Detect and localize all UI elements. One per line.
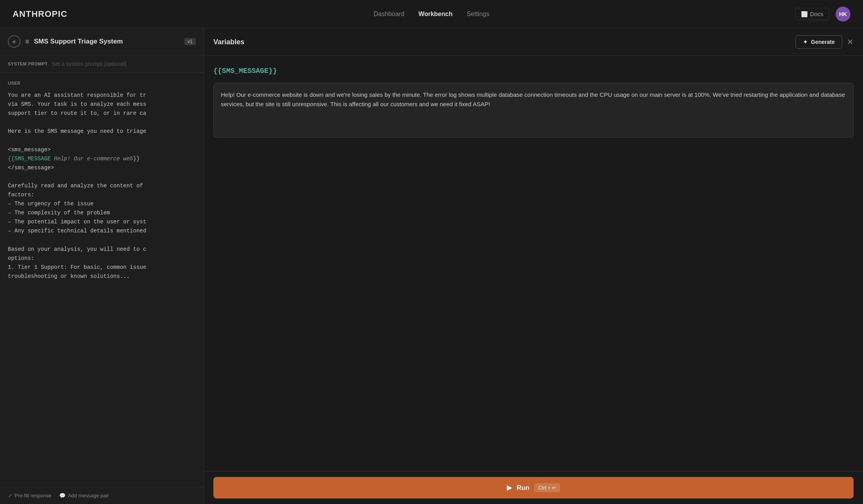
right-panel: Variables ✦ Generate ✕ {{SMS_MESSAGE}} H… <box>204 28 863 504</box>
pre-fill-button[interactable]: ⤢ Pre-fill response <box>8 493 51 499</box>
top-nav: ANTHROPIC Dashboard Workbench Settings ⬜… <box>0 0 863 28</box>
panel-title: SMS Support Triage System <box>34 38 180 45</box>
doc-icon: ⬜ <box>801 11 808 17</box>
docs-button[interactable]: ⬜ Docs <box>795 8 829 20</box>
variable-inline-value: Help! Our e-commerce web <box>51 156 133 162</box>
generate-label: Generate <box>811 39 835 45</box>
variables-title: Variables <box>213 38 796 46</box>
close-button[interactable]: ✕ <box>847 37 854 47</box>
run-bar: ▶ Run Ctrl + ↵ <box>204 471 863 504</box>
add-icon[interactable]: ＋ <box>8 35 20 48</box>
left-panel: ＋ ≡ SMS Support Triage System v1 SYSTEM … <box>0 28 204 504</box>
run-label: Run <box>517 484 530 492</box>
list-icon[interactable]: ≡ <box>25 38 29 46</box>
right-header: Variables ✦ Generate ✕ <box>204 28 863 56</box>
play-icon: ▶ <box>507 484 512 492</box>
generate-button[interactable]: ✦ Generate <box>796 35 842 49</box>
add-message-label: Add message pair <box>68 493 109 499</box>
sparkle-icon: ✦ <box>803 39 808 45</box>
system-prompt-placeholder[interactable]: Set a system prompt (optional) <box>52 61 127 67</box>
pre-fill-icon: ⤢ <box>8 493 12 499</box>
variable-tag-inline: {{SMS_MESSAGE <box>8 156 51 162</box>
system-prompt-label: SYSTEM PROMPT <box>8 62 48 66</box>
docs-label: Docs <box>810 11 823 17</box>
add-message-pair-button[interactable]: 💬 Add message pair <box>59 493 109 499</box>
run-shortcut: Ctrl + ↵ <box>534 483 560 492</box>
left-bottom-toolbar: ⤢ Pre-fill response 💬 Add message pair <box>0 487 204 504</box>
variable-name: {{SMS_MESSAGE}} <box>213 67 854 75</box>
nav-dashboard[interactable]: Dashboard <box>374 11 404 18</box>
pre-fill-label: Pre-fill response <box>15 493 51 499</box>
nav-settings[interactable]: Settings <box>467 11 490 18</box>
logo: ANTHROPIC <box>13 9 67 19</box>
nav-workbench[interactable]: Workbench <box>419 11 453 18</box>
run-button[interactable]: ▶ Run Ctrl + ↵ <box>213 477 854 499</box>
user-label: USER <box>8 81 196 85</box>
system-prompt-bar: SYSTEM PROMPT Set a system prompt (optio… <box>0 55 204 73</box>
nav-links: Dashboard Workbench Settings <box>374 11 490 18</box>
main-layout: ＋ ≡ SMS Support Triage System v1 SYSTEM … <box>0 28 863 504</box>
panel-header: ＋ ≡ SMS Support Triage System v1 <box>0 28 204 55</box>
nav-right: ⬜ Docs HK <box>795 7 850 22</box>
right-content: {{SMS_MESSAGE}} Help! Our e-commerce web… <box>204 56 863 471</box>
user-content: You are an AI assistant responsible for … <box>8 91 196 281</box>
add-message-icon: 💬 <box>59 493 66 499</box>
user-section: USER You are an AI assistant responsible… <box>0 73 204 487</box>
avatar[interactable]: HK <box>836 7 850 22</box>
version-badge: v1 <box>184 38 196 45</box>
variable-value-input[interactable]: Help! Our e-commerce website is down and… <box>213 83 854 138</box>
